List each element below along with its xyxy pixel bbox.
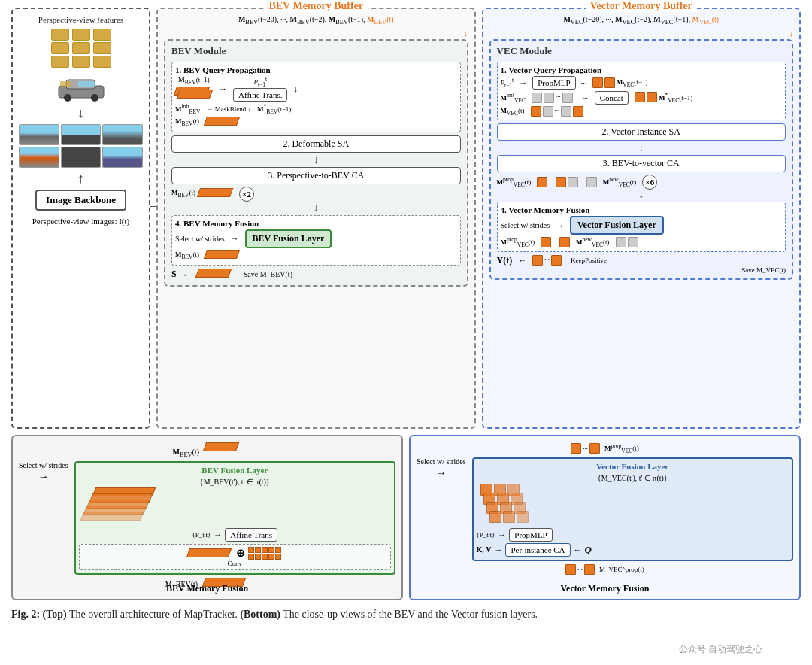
- vec-step4-label: 4. Vector Memory Fusion: [501, 205, 783, 214]
- top-text: The overall architecture of MapTracker.: [69, 609, 240, 620]
- p-label-vec-bottom: {P_t't}: [477, 531, 495, 539]
- perspective-images-label: Perspective-view images: I(t): [32, 217, 130, 226]
- select-strides-vec: Select w/ strides: [501, 221, 550, 229]
- sq6: [543, 106, 553, 117]
- kv-q-row: K, V → Per-instance CA ← Q: [477, 543, 789, 557]
- mbev-step3-row: MBEV(t) ×2: [171, 187, 461, 202]
- feature-cell: [51, 42, 69, 54]
- cam-img-2: [61, 124, 102, 145]
- arrow-step3-vec: ↓: [497, 190, 786, 200]
- step1-label: 1. BEV Query Propagation: [175, 65, 457, 74]
- vec-fusion-inner: Vector Fusion Layer {M_VEC(t'), t' ∈ π(t…: [472, 457, 793, 561]
- gray-squares: ···: [532, 93, 573, 103]
- vec-memory-title: Vector Memory Buffer: [586, 0, 697, 12]
- para-top-bev: [205, 442, 242, 454]
- arrow-after-prop: ···: [581, 78, 587, 87]
- keep-positive-label: KeepPositive: [571, 257, 607, 264]
- sq5: [531, 106, 541, 117]
- feature-grids: [51, 29, 111, 68]
- save-vec-label: Save M_VEC(t): [497, 266, 786, 274]
- vec-step2-label: 2. Vector Instance SA: [602, 126, 680, 137]
- sq9: [537, 177, 547, 187]
- mbev-t-label2: MBEV(t): [171, 189, 195, 199]
- arrow-select: →: [231, 234, 239, 243]
- vec-output-squares: ··· M_VEC^prop(t): [565, 564, 644, 575]
- vec-detail-main: Select w/ strides → Vector Fusion Layer …: [417, 457, 793, 561]
- sq-g2: [544, 93, 554, 103]
- para-step3: [198, 188, 236, 200]
- bev-select-text: Select w/ strides: [19, 461, 68, 469]
- sq-out1: [565, 564, 576, 575]
- bold-bottom: (Bottom): [240, 609, 280, 620]
- vec-step1-bottom: MVEC(t) ···: [501, 106, 783, 117]
- watermark-text: 公众号·自动驾驶之心: [679, 644, 762, 654]
- cam-img-4: [19, 147, 59, 168]
- vec-fusion-layer-box: Vector Fusion Layer: [570, 216, 664, 235]
- sq13: [541, 237, 551, 247]
- left-panel: Perspective-view features: [11, 8, 150, 429]
- bev-module-header: BEV Module: [171, 45, 461, 57]
- arrow-up-1: ↑: [77, 171, 84, 187]
- arrow-ca: ←: [574, 545, 582, 554]
- vec-module-header: VEC Module: [497, 45, 786, 57]
- mvec-new2: MnewVEC(t): [576, 236, 610, 248]
- arrow-concat: →: [581, 93, 589, 102]
- select-strides-bev: Select w/ strides: [175, 235, 225, 243]
- arrow-affine: →: [219, 84, 227, 93]
- affine-trans-bottom: Affine Trans: [225, 528, 277, 542]
- new2-squares: [616, 237, 638, 247]
- watermark: 公众号·自动驾驶之心: [674, 642, 767, 657]
- bev-fusion-inner-title: BEV Fusion Layer: [79, 466, 391, 475]
- bev-select-label: Select w/ strides: [19, 461, 68, 469]
- vec-arrow-row: ↓: [489, 29, 794, 38]
- sq7: [561, 106, 571, 117]
- mvec-new-label: MnewVEC(t): [603, 176, 637, 188]
- oplus-conv-row: ⊕: [82, 547, 388, 560]
- bev-fusion-layer-label: BEV Fusion Layer: [253, 233, 325, 244]
- y-output-row: Y(t) ← ··· KeepPositive: [497, 255, 786, 266]
- feature-cell: [93, 42, 111, 54]
- sq4: [647, 92, 657, 102]
- para-final: [205, 250, 243, 262]
- vec-step3-label: 3. BEV-to-vector CA: [603, 158, 680, 169]
- cam-img-1: [19, 124, 59, 145]
- backbone-label: Image Backbone: [46, 194, 116, 205]
- affine-group: Pt−1t Affine Trans.: [233, 76, 287, 102]
- sq8: [573, 106, 583, 117]
- mbev-final: MBEV(t): [175, 251, 199, 260]
- sq10: [556, 177, 566, 187]
- svg-rect-4: [60, 81, 71, 87]
- bev-section-title: BEV Memory Fusion: [166, 583, 248, 594]
- feature-cell: [72, 29, 90, 41]
- arrow-prop-bottom: →: [498, 530, 506, 539]
- maskblend-arrow: → MaskBlend ↓: [207, 105, 252, 113]
- arrow-s: ←: [183, 270, 191, 279]
- vec-panel: Vector Memory Buffer MVEC(t−20), ···, MV…: [482, 8, 801, 429]
- bev-detail-main: Select w/ strides → BEV Fusion Layer {M_…: [19, 461, 395, 575]
- backbone-box: Image Backbone: [35, 190, 126, 211]
- oplus-symbol: ⊕: [236, 547, 245, 560]
- camera-images: [19, 124, 143, 168]
- vec-ops-row: {P_t't} → PropMLP: [477, 528, 789, 542]
- vec-step1-label: 1. Vector Query Propagation: [501, 65, 783, 74]
- feature-cell: [72, 56, 90, 68]
- feature-cell: [72, 42, 90, 54]
- step1-content: MBEV(t−1) → Pt−1t Affine Trans. ↓: [175, 76, 457, 102]
- feature-col-3: [93, 29, 111, 68]
- prop-mlp-bottom: PropMLP: [509, 528, 552, 542]
- vec-row4: [489, 511, 529, 523]
- bev-arrow-row: ↓: [164, 29, 468, 38]
- sq-g1: [532, 93, 542, 103]
- sq3: [635, 92, 645, 102]
- sq-g3: [562, 93, 573, 103]
- minit-label: MinitBEV: [175, 103, 201, 115]
- bev-para-stack: [79, 487, 391, 525]
- vec-step4-box: 4. Vector Memory Fusion Select w/ stride…: [497, 202, 786, 252]
- vec-step3-box: 3. BEV-to-vector CA: [497, 155, 786, 172]
- sq-out2: [584, 564, 595, 575]
- vec-fusion-detail: ··· MpropVEC(t) Select w/ strides → Vect…: [409, 435, 801, 600]
- vec-select-col: Select w/ strides →: [417, 457, 466, 479]
- step3-box: 3. Perspective-to-BEV CA: [171, 167, 461, 184]
- svg-rect-5: [78, 81, 95, 87]
- vec-set-label: {M_VEC(t'), t' ∈ π(t)}: [477, 474, 789, 482]
